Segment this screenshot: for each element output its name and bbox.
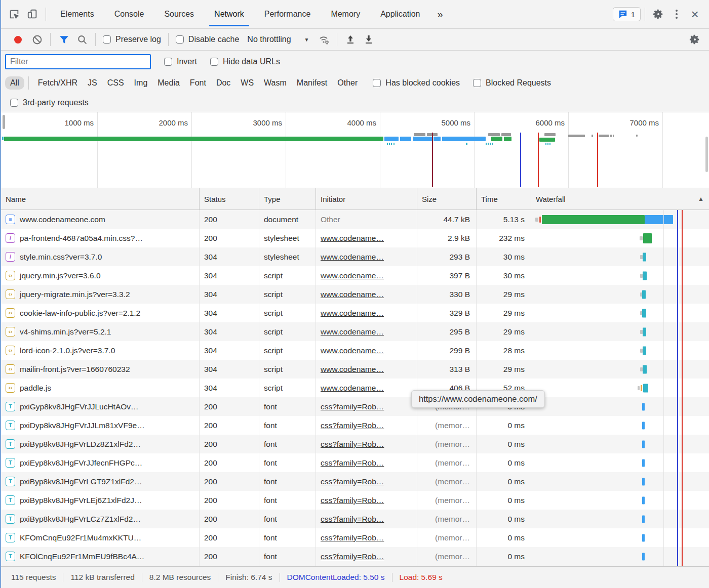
initiator-value[interactable]: www.codename… [321, 234, 384, 243]
has-blocked-cookies-checkbox[interactable]: Has blocked cookies [373, 78, 460, 88]
type-chip-media[interactable]: Media [152, 76, 185, 90]
table-row[interactable]: ‹› cookie-law-info-public.js?ver=2.1.2 3… [1, 304, 709, 322]
type-chip-ws[interactable]: WS [235, 76, 259, 90]
column-header-size[interactable]: Size [417, 188, 477, 209]
close-icon[interactable]: × [686, 5, 704, 23]
initiator-value[interactable]: css?family=Rob… [321, 440, 384, 449]
waterfall-bar-segment [641, 385, 642, 391]
type-chip-manifest[interactable]: Manifest [292, 76, 332, 90]
network-conditions-icon[interactable] [314, 30, 333, 49]
table-row[interactable]: ‹› jquery-migrate.min.js?ver=3.3.2 304 s… [1, 285, 709, 304]
url-tooltip: https://www.codenameone.com/ [411, 390, 545, 408]
initiator-value[interactable]: css?family=Rob… [321, 458, 384, 468]
table-row[interactable]: / pa-frontend-4687a05a4.min.css?… 200 st… [1, 229, 709, 247]
disable-cache-checkbox[interactable]: Disable cache [176, 35, 240, 44]
initiator-value[interactable]: css?family=Rob… [321, 477, 384, 486]
inspect-element-icon[interactable] [5, 5, 23, 23]
overview-scrollbar[interactable] [705, 137, 708, 172]
request-name: cookie-law-info-public.js?ver=2.1.2 [20, 309, 140, 318]
type-chip-fetch-xhr[interactable]: Fetch/XHR [33, 76, 83, 90]
type-chip-other[interactable]: Other [332, 76, 363, 90]
column-header-time[interactable]: Time [477, 188, 531, 209]
table-row[interactable]: T pxiByp8kv8JHgFVrLEj6Z1xlFd2J… 200 font… [1, 491, 709, 510]
initiator-value[interactable]: www.codename… [321, 365, 384, 374]
table-row[interactable]: T pxiByp8kv8JHgFVrLDz8Z1xlFd2… 200 font … [1, 435, 709, 453]
filter-funnel-icon[interactable] [55, 30, 73, 49]
type-chip-css[interactable]: CSS [102, 76, 129, 90]
type-chip-img[interactable]: Img [129, 76, 153, 90]
search-icon[interactable] [73, 30, 91, 49]
clear-icon[interactable] [28, 30, 46, 49]
type-chip-js[interactable]: JS [83, 76, 102, 90]
initiator-value[interactable]: www.codename… [321, 253, 384, 262]
table-row[interactable]: T KFOlCnqEu92Fr1MmEU9fBBc4A… 200 font cs… [1, 547, 709, 566]
export-har-icon[interactable] [360, 30, 378, 49]
issues-badge[interactable]: 1 [613, 7, 641, 21]
tab-performance[interactable]: Performance [254, 0, 321, 28]
initiator-value[interactable]: css?family=Rob… [321, 421, 384, 430]
request-name: pxiByp8kv8JHgFVrLCz7Z1xlFd2… [20, 515, 141, 524]
table-row[interactable]: T pxiByp8kv8JHgFVrLGT9Z1xlFd2… 200 font … [1, 472, 709, 491]
column-header-name[interactable]: Name [1, 188, 200, 209]
preserve-log-checkbox[interactable]: Preserve log [103, 35, 161, 44]
size-value: (memor… [435, 440, 470, 449]
table-row[interactable]: T pxiDyp8kv8JHgFVrJJLm81xVF9e… 200 font … [1, 416, 709, 435]
initiator-value[interactable]: www.codename… [321, 346, 384, 355]
type-chip-doc[interactable]: Doc [211, 76, 235, 90]
tab-elements[interactable]: Elements [50, 0, 104, 28]
table-row[interactable]: T pxiEyp8kv8JHgFVrJJfecnFHGPc… 200 font … [1, 453, 709, 472]
initiator-value[interactable]: css?family=Rob… [321, 533, 384, 542]
initiator-value[interactable]: css?family=Rob… [321, 402, 384, 411]
initiator-value[interactable]: www.codename… [321, 271, 384, 280]
initiator-value[interactable]: www.codename… [321, 309, 384, 318]
more-tabs-button[interactable]: » [430, 9, 450, 20]
table-row[interactable]: ≡ www.codenameone.com 200 document Other… [1, 210, 709, 229]
overview-scroll-thumb[interactable] [3, 115, 5, 129]
initiator-value[interactable]: css?family=Rob… [321, 496, 384, 505]
tab-application[interactable]: Application [370, 0, 430, 28]
blocked-requests-checkbox[interactable]: Blocked Requests [473, 78, 551, 88]
table-row[interactable]: ‹› paddle.js 304 script www.codename… 40… [1, 379, 709, 397]
initiator-value[interactable]: css?family=Rob… [321, 515, 384, 524]
third-party-checkbox[interactable]: 3rd-party requests [10, 98, 89, 107]
table-row[interactable]: ‹› jquery.min.js?ver=3.6.0 304 script ww… [1, 266, 709, 285]
column-header-initiator[interactable]: Initiator [316, 188, 417, 209]
network-settings-gear-icon[interactable] [686, 30, 704, 49]
overview-gridline [568, 112, 569, 188]
import-har-icon[interactable] [341, 30, 360, 49]
name-cell: ‹› v4-shims.min.js?ver=5.2.1 [1, 322, 200, 341]
network-overview-timeline[interactable]: 1000 ms2000 ms3000 ms4000 ms5000 ms6000 … [1, 112, 709, 188]
tab-console[interactable]: Console [104, 0, 154, 28]
initiator-value[interactable]: css?family=Rob… [321, 552, 384, 561]
filter-input[interactable] [5, 54, 151, 69]
waterfall-bar-segment [642, 496, 645, 504]
hide-data-urls-checkbox[interactable]: Hide data URLs [210, 57, 280, 66]
initiator-value[interactable]: www.codename… [321, 327, 384, 337]
table-row[interactable]: ‹› v4-shims.min.js?ver=5.2.1 304 script … [1, 322, 709, 341]
invert-checkbox[interactable]: Invert [164, 57, 197, 66]
tab-sources[interactable]: Sources [154, 0, 204, 28]
type-chip-wasm[interactable]: Wasm [259, 76, 292, 90]
column-header-waterfall[interactable]: Waterfall▲ [531, 188, 709, 209]
column-header-type[interactable]: Type [259, 188, 316, 209]
tab-memory[interactable]: Memory [321, 0, 370, 28]
tab-network[interactable]: Network [204, 0, 254, 28]
column-header-status[interactable]: Status [200, 188, 259, 209]
throttling-select[interactable]: No throttling ▼ [242, 35, 314, 44]
type-chip-font[interactable]: Font [185, 76, 211, 90]
type-chip-all[interactable]: All [5, 76, 24, 90]
tabbar-right-controls: 1 × [613, 5, 704, 23]
table-row[interactable]: ‹› mailin-front.js?ver=1660760232 304 sc… [1, 360, 709, 379]
kebab-menu-icon[interactable] [667, 5, 686, 23]
initiator-value[interactable]: www.codename… [321, 290, 384, 299]
table-row[interactable]: T pxiGyp8kv8JHgFVrJJLucHtAOv… 200 font c… [1, 397, 709, 416]
checkbox-box [10, 99, 18, 107]
table-row[interactable]: / style.min.css?ver=3.7.0 304 stylesheet… [1, 247, 709, 266]
device-toolbar-icon[interactable] [23, 5, 42, 23]
record-button[interactable] [14, 36, 22, 44]
table-row[interactable]: T pxiByp8kv8JHgFVrLCz7Z1xlFd2… 200 font … [1, 510, 709, 528]
initiator-value[interactable]: www.codename… [321, 384, 384, 393]
table-row[interactable]: ‹› lord-icon-2.1.0.js?ver=3.7.0 304 scri… [1, 341, 709, 360]
settings-gear-icon[interactable] [649, 5, 667, 23]
table-row[interactable]: T KFOmCnqEu92Fr1Mu4mxKKTU… 200 font css?… [1, 528, 709, 547]
